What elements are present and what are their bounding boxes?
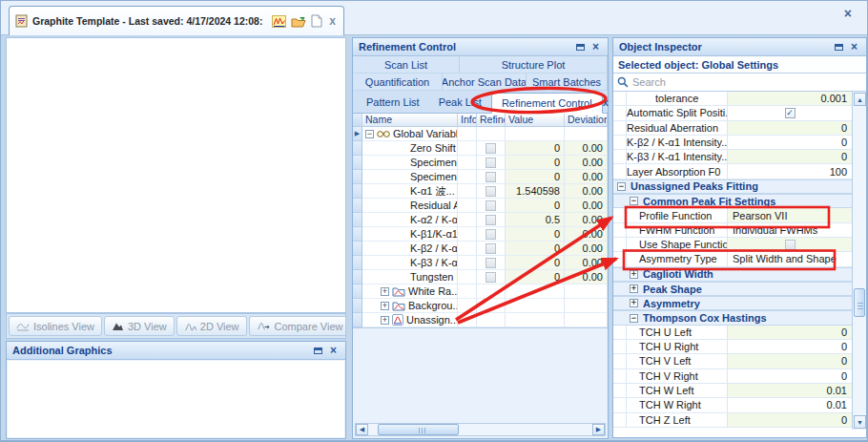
tree-row-specimen-[interactable]: Specimen ...00.00 <box>353 170 608 184</box>
refine-checkbox[interactable] <box>486 158 496 168</box>
property-section-thompson-cox-hastings[interactable]: −Thompson Cox Hastings <box>613 310 852 325</box>
close-icon[interactable]: × <box>589 41 602 53</box>
property-row-automatic-split-positi-[interactable]: Automatic Split Positi...✓ <box>613 106 852 120</box>
property-row-residual-aberration[interactable]: Residual Aberration0 <box>613 121 852 136</box>
tab-pattern-list[interactable]: Pattern List <box>357 96 429 108</box>
property-row-tolerance[interactable]: tolerance0.001 <box>613 92 852 106</box>
property-value[interactable]: 0 <box>727 413 852 427</box>
property-value[interactable]: 0.001 <box>727 92 852 105</box>
property-value[interactable]: Split Width and Shape <box>727 252 852 265</box>
scrollbar-thumb[interactable] <box>854 288 865 317</box>
tab-refinement-control[interactable]: Refinement Control <box>491 93 603 114</box>
expand-collapse-icon[interactable]: − <box>365 130 374 138</box>
property-row-use-shape-function[interactable]: Use Shape Function <box>613 238 852 252</box>
refine-checkbox[interactable] <box>486 186 496 197</box>
property-row-tch-z-left[interactable]: TCH Z Left0 <box>613 413 852 428</box>
tree-row-specimen-[interactable]: Specimen ...00.00 <box>353 156 608 170</box>
tree-row-k-3-k-[interactable]: K-β3 / K-α...00.00 <box>353 256 608 270</box>
expand-collapse-icon[interactable]: + <box>381 287 389 296</box>
expand-collapse-icon[interactable]: + <box>381 316 389 325</box>
property-value[interactable]: 0 <box>727 369 852 383</box>
scroll-left-icon[interactable]: ◀ <box>356 424 368 435</box>
col-name[interactable]: Name <box>362 114 458 126</box>
refine-checkbox[interactable] <box>486 229 496 240</box>
property-row-tch-v-right[interactable]: TCH V Right0 <box>613 369 852 384</box>
checkbox-checked[interactable]: ✓ <box>785 108 796 118</box>
open-folder-icon[interactable] <box>291 15 306 28</box>
value-cell[interactable]: 0.5 <box>506 213 565 227</box>
scrollbar-thumb[interactable] <box>378 424 459 435</box>
property-section-caglioti-width[interactable]: +Caglioti Width <box>613 267 852 282</box>
value-cell[interactable]: 0 <box>506 156 565 170</box>
property-section-peak-shape[interactable]: +Peak Shape <box>613 282 852 296</box>
property-section-unassigned-peaks-fitting[interactable]: −Unassigned Peaks Fitting <box>613 179 852 194</box>
tree-row-tungsten-l-[interactable]: Tungsten L...00.00 <box>353 270 608 284</box>
property-value[interactable]: Pearson VII <box>727 208 852 221</box>
tab-structure-plot[interactable]: Structure Plot <box>460 56 608 73</box>
value-cell[interactable]: 0 <box>506 256 565 270</box>
refine-checkbox[interactable] <box>486 272 496 283</box>
tab-scan-list[interactable]: Scan List <box>353 56 460 73</box>
property-row-asymmetry-type[interactable]: Asymmetry TypeSplit Width and Shape <box>613 252 852 266</box>
property-value[interactable]: 0 <box>727 150 852 163</box>
checkbox-unchecked[interactable] <box>785 240 796 250</box>
tree-row-backgrou-[interactable]: +Backgrou... <box>353 299 608 313</box>
refine-checkbox[interactable] <box>486 215 496 225</box>
scroll-down-icon[interactable]: ▼ <box>854 415 866 429</box>
expand-collapse-icon[interactable]: + <box>630 284 638 293</box>
property-value[interactable]: Individual FWHMs <box>727 223 852 237</box>
refine-checkbox[interactable] <box>486 143 496 154</box>
property-value[interactable]: 0 <box>727 326 852 339</box>
value-cell[interactable]: 0 <box>506 141 565 156</box>
view-tab-compare-view[interactable]: Compare View <box>249 316 346 336</box>
main-plot-area[interactable] <box>6 37 346 313</box>
minimize-icon[interactable] <box>833 41 845 53</box>
pattern-chart-icon[interactable] <box>272 15 286 28</box>
tree-row-white-ra-[interactable]: +White Ra... <box>353 284 608 299</box>
col-refine[interactable]: Refine <box>477 114 506 126</box>
close-icon[interactable]: × <box>327 345 340 357</box>
property-row-tch-u-left[interactable]: TCH U Left0 <box>613 326 852 340</box>
refine-checkbox[interactable] <box>486 200 496 211</box>
property-value[interactable]: 0 <box>727 121 852 135</box>
value-cell[interactable]: 0 <box>506 270 565 284</box>
property-row-layer-absorption-f0[interactable]: Layer Absorption F0100 <box>613 164 852 179</box>
tab-anchor-scan-data[interactable]: Anchor Scan Data <box>443 74 527 90</box>
tree-row-global-variables[interactable]: ▶−Global Variables <box>353 127 608 141</box>
tab-peak-list[interactable]: Peak List <box>429 96 491 108</box>
expand-collapse-icon[interactable]: − <box>630 314 638 323</box>
refine-checkbox[interactable] <box>486 258 496 268</box>
tree-row-residual-a-[interactable]: Residual A...00.00 <box>353 199 608 213</box>
new-document-icon[interactable] <box>311 14 322 28</box>
tab-smart-batches[interactable]: Smart Batches <box>527 74 608 90</box>
tree-row-k-2-k-[interactable]: K-α2 / K-α...0.50.00 <box>353 213 608 227</box>
tree-row-k-1-k-1-[interactable]: K-β1/K-α1...00.00 <box>353 227 608 242</box>
value-cell[interactable]: 0 <box>506 227 565 242</box>
expand-collapse-icon[interactable]: − <box>617 182 626 191</box>
value-cell[interactable]: 0 <box>506 170 565 184</box>
property-row-tch-w-left[interactable]: TCH W Left0.01 <box>613 384 852 398</box>
tree-row-k-2-k-[interactable]: K-β2 / K-α...00.00 <box>353 242 608 256</box>
tree-row-zero-shift-[interactable]: Zero Shift ...00.00 <box>353 141 608 156</box>
document-tab[interactable]: Graphite Template - Last saved: 4/17/202… <box>9 6 344 35</box>
expand-collapse-icon[interactable]: + <box>381 302 389 310</box>
horizontal-scrollbar[interactable]: ◀ ▶ <box>355 423 606 436</box>
property-row-k-3-k-1-intensity-[interactable]: K-β3 / K-α1 Intensity...0 <box>613 150 852 164</box>
expand-collapse-icon[interactable]: + <box>630 299 638 307</box>
property-row-tch-u-right[interactable]: TCH U Right0 <box>613 340 852 354</box>
view-tab-isolines-view[interactable]: Isolines View <box>9 316 102 336</box>
view-tab-2d-view[interactable]: 2D View <box>176 316 247 336</box>
document-tab-close-icon[interactable]: x <box>327 14 338 28</box>
view-tab-3d-view[interactable]: 3D View <box>104 316 175 336</box>
property-value[interactable]: 0 <box>727 354 852 368</box>
property-row-tch-v-left[interactable]: TCH V Left0 <box>613 354 852 368</box>
property-section-asymmetry[interactable]: +Asymmetry <box>613 296 852 310</box>
property-row-fwhm-function[interactable]: FWHM FunctionIndividual FWHMs <box>613 223 852 238</box>
value-cell[interactable]: 1.540598 <box>506 184 565 199</box>
tab-quantification[interactable]: Quantification <box>353 74 443 90</box>
property-value[interactable]: 0.01 <box>727 398 852 411</box>
scroll-right-icon[interactable]: ▶ <box>592 424 605 435</box>
property-value[interactable]: 100 <box>727 164 852 178</box>
refine-checkbox[interactable] <box>486 172 496 182</box>
refine-checkbox[interactable] <box>486 243 496 254</box>
